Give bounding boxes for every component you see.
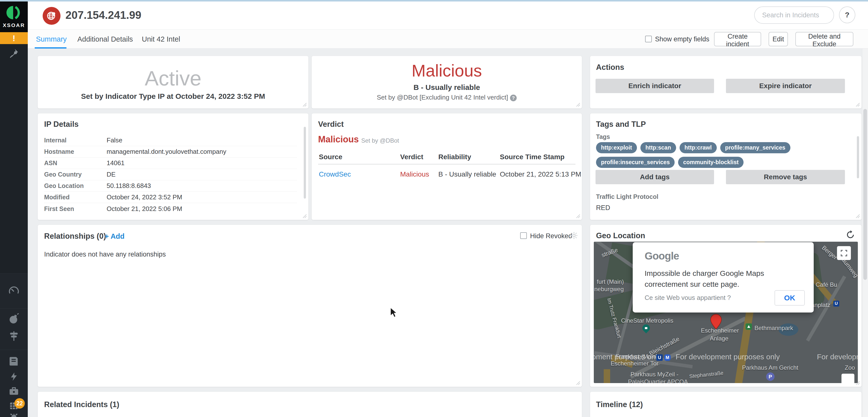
page-scrollbar-track[interactable] [862,48,868,417]
xsoar-logo-text: XSOAR [0,22,28,28]
tag-pill[interactable]: http:scan [641,142,676,153]
tags-list: http:exploithttp:scanhttp:crawlprofile:m… [596,142,846,171]
geo-location-card: Geo Location straße Ha Café Bu Merianpla… [590,225,862,387]
enrich-indicator-button[interactable]: Enrich indicator [595,79,714,93]
card-scrollbar[interactable] [857,136,859,178]
dialog-message: Impossible de charger Google Maps correc… [645,268,798,289]
marketplace-count-badge: 22 [14,398,25,409]
sidebar-item-alerts[interactable]: ! [0,32,28,44]
sidebar-section-dashboard [0,273,28,309]
tab-additional-details[interactable]: Additional Details [78,30,133,48]
map-label: Anlage [710,335,728,342]
incidents-bomb-icon[interactable] [0,312,28,326]
refresh-icon[interactable] [846,230,855,239]
resize-handle-icon[interactable] [855,102,860,107]
verdict-set-by: Set by @DBot [Excluding Unit 42 Intel ve… [312,94,582,101]
search-input[interactable] [754,6,834,24]
row-value: False [106,136,122,144]
add-relationship-link[interactable]: + Add [105,232,124,240]
map-label: CineStar Metropolis [621,317,673,324]
create-incident-button[interactable]: Create incident [714,32,761,46]
map-label: furt (Main) [597,278,624,285]
hide-revoked-checkbox[interactable] [520,232,527,239]
show-empty-fields-checkbox[interactable] [645,36,652,42]
remove-tags-button[interactable]: Remove tags [726,170,845,184]
row-value: 14061 [106,159,124,167]
row-value: 50.1188:8.6843 [106,182,151,190]
playbooks-book-icon[interactable] [0,354,28,368]
timeline-title: Timeline (12) [596,400,643,409]
automation-bolt-icon[interactable] [0,370,28,384]
verdict-row-verdict: Malicious [400,170,429,178]
xsoar-logo-icon [6,5,21,20]
verdict-row-source-link[interactable]: CrowdSec [319,170,351,178]
settings-gear-icon[interactable] [0,414,28,417]
resize-handle-icon[interactable] [575,102,580,107]
map-fullscreen-button[interactable] [837,246,851,260]
expire-indicator-button[interactable]: Expire indicator [726,79,845,93]
row-label: First Seen [44,205,106,212]
xsoar-logo[interactable]: XSOAR [0,1,28,32]
edit-button[interactable]: Edit [769,32,788,46]
dashboard-gauge-icon[interactable] [0,284,28,299]
delete-and-exclude-button[interactable]: Delete and Exclude [795,32,854,46]
tlp-value: RED [596,204,610,212]
verdict-row-timestamp: October 21, 2022 5:13 PM [500,170,581,178]
row-label: Modified [44,194,106,201]
map-label: Parkhaus MyZeil - [630,371,678,378]
ip-details-card: IP Details InternalFalse Hostnamemanagem… [38,113,308,220]
timeline-card: Timeline (12) [590,392,862,417]
verdict-set-by: Set by @DBot [361,137,399,144]
relationships-empty-message: Indicator does not have any relationship… [44,251,166,258]
verdict-set-by-text: Set by @DBot [Excluding Unit 42 Intel ve… [377,94,508,101]
resize-handle-icon[interactable] [302,213,307,218]
status-subtitle: Set by Indicator Type IP at October 24, … [38,92,308,101]
google-logo: Google [645,250,679,262]
resize-handle-icon[interactable] [575,380,580,385]
verdict-value: Malicious [312,61,582,80]
relationships-settings-gear-icon[interactable] [570,231,578,240]
card-scrollbar[interactable] [304,127,306,199]
resize-handle-icon[interactable] [302,102,307,107]
table-row: InternalFalse [44,135,297,146]
relationships-title: Relationships (0) [44,232,106,241]
geo-map[interactable]: straße Ha Café Bu Merianplatz furt (Main… [594,242,858,383]
tag-pill[interactable]: community-blocklist [678,157,744,168]
row-value: managemental.dont.youlovethat.company [106,148,226,155]
add-tags-button[interactable]: Add tags [595,170,714,184]
geo-location-title: Geo Location [596,231,645,240]
ok-button[interactable]: OK [775,290,805,306]
tlp-label: Traffic Light Protocol [596,193,658,200]
col-header-reliability: Reliability [438,153,471,161]
col-header-source: Source [319,153,342,161]
table-row: ASN14061 [44,158,297,169]
jobs-briefcase-icon[interactable] [0,384,28,398]
map-label: Café Bu [816,281,837,288]
tags-tlp-card: Tags and TLP Tags http:exploithttp:scanh… [590,113,862,220]
col-header-verdict: Verdict [400,153,423,161]
map-label: neburgweg [594,286,624,293]
resize-handle-icon[interactable] [575,213,580,218]
table-row: Hostnamemanagemental.dont.youlovethat.co… [44,146,297,158]
verdict-heading: Malicious [318,134,359,145]
ip-details-title: IP Details [44,120,79,129]
pin-icon[interactable] [0,46,28,60]
resize-handle-icon[interactable] [855,213,860,218]
table-row: First SeenOctober 21, 2022 5:06 PM [44,203,297,214]
page-scrollbar-thumb[interactable] [863,109,867,280]
tag-pill[interactable]: profile:insecure_services [596,157,675,168]
park-badge-icon [746,323,752,330]
help-button[interactable]: ? [839,6,855,23]
sidebar: XSOAR ! [0,0,28,417]
tag-pill[interactable]: profile:many_services [720,142,790,153]
relationships-card: Relationships (0) + Add Hide Revoked Ind… [38,225,582,387]
tag-pill[interactable]: http:crawl [680,142,717,153]
tab-summary[interactable]: Summary [36,30,67,48]
map-zoom-control[interactable] [841,374,855,383]
indicators-signpost-icon[interactable] [0,329,28,343]
tag-pill[interactable]: http:exploit [596,142,637,153]
tab-unit42-intel[interactable]: Unit 42 Intel [142,30,180,48]
hide-revoked-label: Hide Revoked [530,232,572,240]
verdict-help-icon[interactable]: ? [510,95,517,101]
verdict-banner-card: Malicious B - Usually reliable Set by @D… [312,56,582,108]
